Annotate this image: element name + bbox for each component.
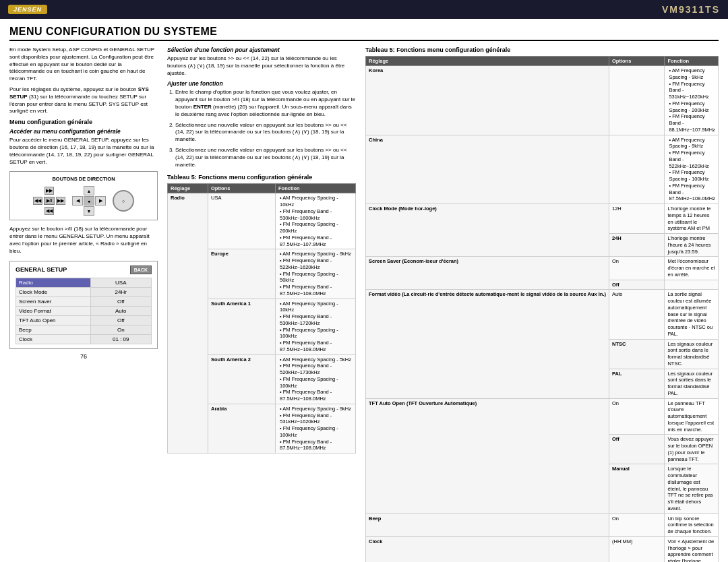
ff-button[interactable]: ▶▶ xyxy=(44,187,54,195)
step-1: Entre le champ d'option pour la fonction… xyxy=(175,89,356,118)
gs-label-clock-time: Clock xyxy=(16,334,91,344)
selection-title: Sélection d'une fonction pour ajustement xyxy=(167,46,356,53)
right-table-header: Réglage Options Fonction xyxy=(366,57,719,66)
steps-list: Entre le champ d'option pour la fonction… xyxy=(167,89,356,168)
td-tft-manual-fonction: Lorsque le commutateur d'allumage est ét… xyxy=(665,464,719,513)
td-arabia-fonction: AM Frequency Spacing - 9kHz FM Frequency… xyxy=(276,404,356,453)
td-korea-fonction: AM Frequency Spacing - 9kHz FM Frequency… xyxy=(665,66,719,135)
right-config-table: Réglage Options Fonction Korea AM Freque… xyxy=(365,56,719,562)
middle-table-header: Réglage Options Fonction xyxy=(168,184,356,193)
td-tft-off-fonction: Vous devez appuyer sur le bouton OPEN (1… xyxy=(665,435,719,464)
dpad-down[interactable]: ▼ xyxy=(84,206,94,216)
table-row: TFT Auto Open (TFT Ouverture Automatique… xyxy=(366,398,719,435)
dpad-up[interactable]: ▲ xyxy=(84,186,94,195)
gs-title: GENERAL SETUP xyxy=(16,266,67,273)
th-options-r: Options xyxy=(609,57,665,66)
gs-label-videoformat: Video Format xyxy=(16,306,91,315)
left-column: En mode System Setup, ASP CONFIG et GENE… xyxy=(9,46,158,562)
back-button[interactable]: ◀◀ xyxy=(44,207,54,215)
td-24h-option: 24H xyxy=(609,234,665,257)
td-sa1-fonction: AM Frequency Spacing - 10kHz FM Frequenc… xyxy=(276,299,356,354)
gs-value-clock: 24Hr xyxy=(90,287,151,296)
dpad-left[interactable]: ◀ xyxy=(72,196,83,206)
td-beep-region: Beep xyxy=(366,513,609,536)
td-beep-on-option: On xyxy=(609,513,665,536)
direction-box: BOUTONS DE DIRECTION ▶▶ ◀◀ ▶II ▶▶ xyxy=(9,171,158,220)
gs-label-radio: Radio xyxy=(16,278,91,287)
gs-row-beep: Beep On xyxy=(16,325,152,334)
gs-table: Radio USA Clock Mode 24Hr Screen Saver O… xyxy=(16,278,152,344)
page-title: MENU CONFIGURATION DU SYSTEME xyxy=(9,26,719,41)
transport-buttons: ▶▶ xyxy=(44,187,54,195)
td-radio-region: Radio xyxy=(168,193,208,454)
dpad-empty-tr xyxy=(95,186,106,195)
td-china-region: China xyxy=(366,135,609,204)
gs-row-tftauto: TFT Auto Open Off xyxy=(16,315,152,325)
play-button[interactable]: ▶II xyxy=(44,197,55,205)
main-content: MENU CONFIGURATION DU SYSTEME En mode Sy… xyxy=(0,19,728,562)
table-row: Format vidéo (La circuit-rie d'entrée dé… xyxy=(366,290,719,339)
page-number: 76 xyxy=(9,353,158,360)
gs-label-beep: Beep xyxy=(16,325,91,334)
model-number: VM9311TS xyxy=(662,4,720,15)
gs-header: GENERAL SETUP BACK xyxy=(16,266,152,274)
gs-value-tftauto: Off xyxy=(90,315,151,325)
intro-p2: Pour les réglages du système, appuyez su… xyxy=(9,86,158,115)
th-options: Options xyxy=(208,184,276,193)
dpad-empty-br xyxy=(95,206,106,216)
gs-row-clock: Clock Mode 24Hr xyxy=(16,287,152,296)
gs-value-screensaver: Off xyxy=(90,296,151,306)
td-tft-off-option: Off xyxy=(609,435,665,464)
gs-value-videoformat: Auto xyxy=(90,306,151,315)
dpad-right[interactable]: ▶ xyxy=(95,196,106,206)
td-europe-option: Europe xyxy=(208,249,276,299)
jensen-logo: JENSEN xyxy=(8,5,47,14)
gs-row-radio: Radio USA xyxy=(16,278,152,287)
dpad-empty-bl xyxy=(72,206,83,216)
td-korea-option xyxy=(609,66,665,135)
selection-text: Appuyez sur les boutons >> ou << (14, 22… xyxy=(167,55,356,77)
rew-button[interactable]: ◀◀ xyxy=(33,197,42,205)
td-12h-option: 12H xyxy=(609,204,665,234)
td-clock-fonction: Voir « Ajustement de l'horloge » pour ap… xyxy=(665,536,719,562)
table-row: Screen Saver (Econom-iseur d'écran) On M… xyxy=(366,257,719,280)
td-auto-option: Auto xyxy=(609,290,665,339)
td-clock-region: Clock xyxy=(366,536,609,562)
td-screensaver-region: Screen Saver (Econom-iseur d'écran) xyxy=(366,257,609,290)
td-ss-off-fonction xyxy=(665,280,719,290)
intro-p1: En mode System Setup, ASP CONFIG et GENE… xyxy=(9,46,158,83)
td-tft-on-option: On xyxy=(609,398,665,435)
td-clock-option: (HH:MM) xyxy=(609,536,665,562)
dpad-empty-tl xyxy=(72,186,83,195)
table-row: China AM Frequency Spacing - 9kHz FM Fre… xyxy=(366,135,719,204)
gs-label-clock: Clock Mode xyxy=(16,287,91,296)
access-title: Accéder au menu configuration générale xyxy=(9,128,158,135)
td-china-option xyxy=(609,135,665,204)
td-pal-option: PAL xyxy=(609,369,665,398)
next-button[interactable]: ▶▶ xyxy=(56,197,65,205)
table-row: Beep On Un bip sonore confirme la sélect… xyxy=(366,513,719,536)
middle-config-table: Réglage Options Fonction Radio USA AM Fr… xyxy=(167,183,356,454)
td-videofmt-region: Format vidéo (La circuit-rie d'entrée dé… xyxy=(366,290,609,398)
gs-back-button[interactable]: BACK xyxy=(130,266,152,274)
td-europe-fonction: AM Frequency Spacing - 9kHz FM Frequency… xyxy=(276,249,356,299)
transport-row3: ◀◀ xyxy=(44,207,54,215)
td-sa1-option: South America 1 xyxy=(208,299,276,354)
td-pal-fonction: Les signaux couleur sont sorties dans le… xyxy=(665,369,719,398)
td-clockmode-region: Clock Mode (Mode hor-loge) xyxy=(366,204,609,257)
td-usa-option: USA xyxy=(208,193,276,249)
left-controls: ▶▶ ◀◀ ▶II ▶▶ ◀◀ xyxy=(33,187,65,215)
td-12h-fonction: L'horloge montre le temps à 12 heures en… xyxy=(665,204,719,234)
td-arabia-option: Arabia xyxy=(208,404,276,453)
access-text: Pour accéder le menu GENERAL SETUP, appu… xyxy=(9,137,158,166)
th-reglage-r: Réglage xyxy=(366,57,609,66)
round-knob[interactable]: ○ xyxy=(113,190,134,212)
td-sa2-option: South America 2 xyxy=(208,354,276,404)
table-row: Clock Mode (Mode hor-loge) 12H L'horloge… xyxy=(366,204,719,234)
td-korea-region: Korea xyxy=(366,66,609,135)
dpad-center[interactable]: ● xyxy=(84,196,94,206)
td-auto-fonction: La sortie signal couleur est allumée aut… xyxy=(665,290,719,339)
td-ss-on-option: On xyxy=(609,257,665,280)
press-text: Appuyez sur le bouton >/II (18) sur la t… xyxy=(9,226,158,255)
td-sa2-fonction: AM Frequency Spacing - 5kHz FM Frequency… xyxy=(276,354,356,404)
